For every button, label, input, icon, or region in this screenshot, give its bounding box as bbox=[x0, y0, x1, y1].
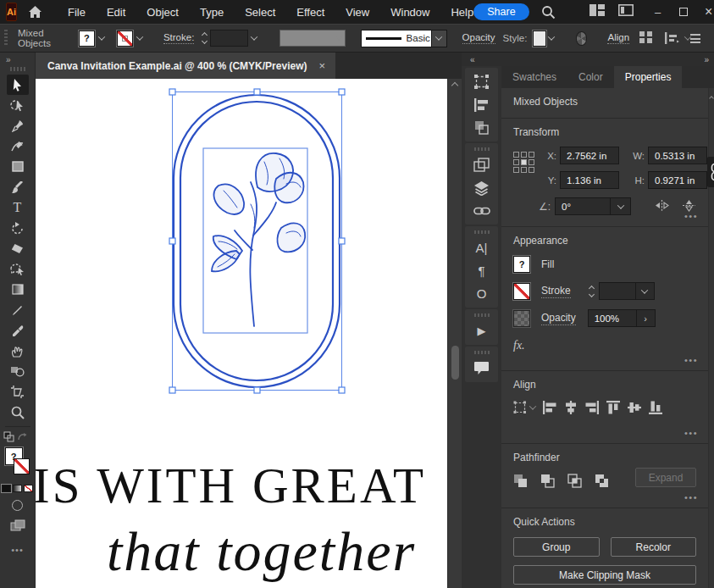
y-field[interactable]: 1.136 in bbox=[560, 171, 619, 189]
scrollbar-thumb[interactable] bbox=[451, 346, 459, 380]
stroke-weight-chevron-icon[interactable] bbox=[248, 31, 259, 47]
links-panel-icon[interactable] bbox=[468, 199, 496, 222]
align-right-icon[interactable] bbox=[585, 401, 599, 414]
menu-type[interactable]: Type bbox=[200, 6, 224, 19]
search-icon[interactable] bbox=[541, 5, 556, 19]
curvature-tool[interactable] bbox=[7, 136, 29, 157]
stroke-weight-field[interactable] bbox=[210, 30, 248, 47]
align-horizontal-center-icon[interactable] bbox=[564, 401, 578, 414]
fill-stroke-proxy[interactable]: ? bbox=[3, 447, 32, 481]
dock-grip[interactable] bbox=[474, 147, 490, 151]
fx-button[interactable]: fx. bbox=[513, 339, 696, 368]
fill-color-dropdown[interactable]: ? bbox=[79, 31, 108, 47]
opacity-swatch[interactable] bbox=[513, 310, 530, 327]
stroke-chevron-icon[interactable] bbox=[133, 31, 147, 47]
style-swatch[interactable] bbox=[533, 31, 546, 47]
stroke-weight-stepper[interactable] bbox=[202, 33, 207, 43]
eraser-tool[interactable] bbox=[7, 239, 29, 259]
pathfinder-intersect-icon[interactable] bbox=[567, 474, 582, 491]
artboards-panel-icon[interactable] bbox=[468, 153, 496, 176]
canvas[interactable]: IS WITH GREAT that together bbox=[36, 79, 447, 588]
menu-edit[interactable]: Edit bbox=[107, 6, 125, 19]
comments-panel-icon[interactable] bbox=[468, 357, 496, 380]
align-bottom-icon[interactable] bbox=[649, 401, 662, 414]
stroke-swatch[interactable] bbox=[117, 31, 133, 47]
h-field[interactable]: 0.9271 in bbox=[648, 171, 707, 189]
align-panel-icon[interactable] bbox=[468, 93, 496, 116]
align-to-dropdown[interactable] bbox=[513, 401, 535, 414]
close-window-button[interactable]: × bbox=[696, 1, 714, 23]
canvas-vertical-scrollbar[interactable] bbox=[447, 79, 462, 588]
maximize-button[interactable] bbox=[671, 1, 696, 23]
stroke-weight-label[interactable]: Stroke: bbox=[163, 32, 194, 44]
align-objects-icon[interactable] bbox=[639, 31, 653, 45]
constrain-proportions-icon[interactable] bbox=[707, 157, 714, 187]
drawing-modes-icon[interactable] bbox=[12, 500, 23, 511]
opacity-arrow-icon[interactable]: › bbox=[637, 309, 656, 327]
pen-tool[interactable] bbox=[7, 115, 29, 136]
distribute-objects-icon[interactable] bbox=[665, 32, 690, 44]
recolor-button[interactable]: Recolor bbox=[611, 537, 697, 557]
pathfinder-exclude-icon[interactable] bbox=[595, 474, 609, 491]
appearance-stroke-swatch[interactable] bbox=[513, 283, 530, 300]
dock-expand-icon[interactable]: « bbox=[470, 55, 474, 64]
opacity-link[interactable]: Opacity bbox=[462, 32, 495, 44]
rectangle-tool[interactable] bbox=[7, 157, 29, 177]
arrange-documents-icon[interactable] bbox=[589, 4, 605, 19]
stroke-width-stepper[interactable] bbox=[589, 286, 594, 297]
pathfinder-unite-icon[interactable] bbox=[513, 474, 528, 491]
screen-mode-icon[interactable] bbox=[10, 519, 25, 535]
direct-selection-tool[interactable] bbox=[7, 95, 29, 115]
knife-tool[interactable] bbox=[7, 300, 29, 320]
menu-view[interactable]: View bbox=[346, 6, 369, 19]
canvas-subheading-text[interactable]: that together bbox=[107, 519, 416, 584]
dock-grip-4[interactable] bbox=[474, 351, 490, 354]
opentype-panel-icon[interactable]: O bbox=[468, 282, 496, 305]
toolbar-grip[interactable] bbox=[10, 67, 25, 71]
gradient-tool[interactable] bbox=[7, 280, 29, 300]
style-chevron-icon[interactable] bbox=[546, 31, 557, 47]
minimize-button[interactable]: – bbox=[645, 1, 671, 23]
color-button[interactable] bbox=[2, 485, 11, 492]
home-icon[interactable] bbox=[28, 5, 42, 19]
brush-preview[interactable]: Basic bbox=[361, 30, 432, 47]
paragraph-panel-icon[interactable]: ¶ bbox=[468, 259, 496, 282]
rotation-angle-field[interactable]: 0° bbox=[555, 197, 611, 215]
menu-select[interactable]: Select bbox=[245, 6, 275, 19]
group-button[interactable]: Group bbox=[513, 537, 600, 557]
toolbar-more-icon[interactable]: ••• bbox=[11, 545, 24, 555]
canvas-heading-text[interactable]: IS WITH GREAT bbox=[36, 457, 426, 515]
hand-tool[interactable] bbox=[7, 341, 29, 361]
appearance-fill-swatch[interactable]: ? bbox=[513, 256, 530, 273]
zoom-tool[interactable] bbox=[7, 402, 29, 423]
dock-grip-3[interactable] bbox=[474, 313, 490, 317]
character-panel-icon[interactable]: A| bbox=[468, 236, 496, 259]
layers-panel-icon[interactable] bbox=[468, 176, 496, 199]
align-link[interactable]: Align bbox=[607, 32, 629, 44]
w-field[interactable]: 0.5313 in bbox=[648, 147, 707, 164]
eyedropper-tool[interactable] bbox=[7, 320, 29, 341]
selection-tool[interactable] bbox=[7, 75, 29, 95]
fill-chevron-icon[interactable] bbox=[95, 31, 108, 47]
control-panel-menu-icon[interactable] bbox=[690, 34, 700, 43]
tab-color[interactable]: Color bbox=[567, 66, 614, 88]
transform-panel-icon[interactable] bbox=[468, 70, 496, 93]
paintbrush-tool[interactable] bbox=[7, 177, 29, 197]
menu-object[interactable]: Object bbox=[147, 6, 179, 19]
align-top-icon[interactable] bbox=[606, 401, 620, 414]
transform-more-icon[interactable]: ••• bbox=[684, 211, 698, 221]
menu-file[interactable]: File bbox=[68, 6, 86, 19]
opacity-panel-link[interactable]: Opacity bbox=[541, 312, 576, 325]
align-more-icon[interactable]: ••• bbox=[684, 428, 698, 438]
rotate-tool[interactable] bbox=[7, 218, 29, 238]
toolbar-expand-icon[interactable]: » bbox=[0, 53, 35, 64]
artboard-tool[interactable] bbox=[7, 382, 29, 402]
stroke-color-dropdown[interactable] bbox=[117, 31, 147, 47]
rotation-chevron-icon[interactable] bbox=[611, 197, 631, 215]
stroke-proxy-none[interactable] bbox=[14, 458, 30, 474]
close-tab-icon[interactable]: × bbox=[318, 59, 325, 72]
opacity-field[interactable]: 100% bbox=[588, 309, 637, 327]
actions-panel-icon[interactable]: ▶ bbox=[468, 319, 496, 342]
document-setup-icon[interactable] bbox=[618, 4, 634, 19]
brush-definition-dropdown[interactable]: Basic bbox=[361, 30, 447, 47]
